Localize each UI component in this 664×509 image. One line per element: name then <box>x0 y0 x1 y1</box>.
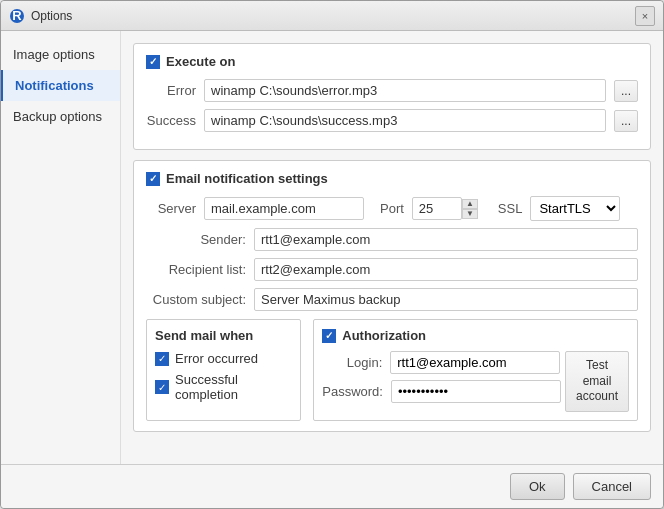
ssl-label: SSL <box>498 201 523 216</box>
success-label: Success <box>146 113 196 128</box>
dialog-title: Options <box>31 9 72 23</box>
server-label: Server <box>146 201 196 216</box>
execute-on-section: Execute on Error ... Success ... <box>133 43 651 150</box>
execute-on-checkbox[interactable] <box>146 55 160 69</box>
success-row: Success ... <box>146 109 638 132</box>
password-row: Password: <box>322 380 561 403</box>
error-row: Error ... <box>146 79 638 102</box>
close-button[interactable]: × <box>635 6 655 26</box>
error-occurred-checkbox[interactable] <box>155 352 169 366</box>
port-spinner: ▲ ▼ <box>462 199 478 219</box>
sender-input[interactable] <box>254 228 638 251</box>
content-area: Execute on Error ... Success ... Email n… <box>121 31 663 464</box>
successful-completion-row: Successful completion <box>155 372 292 402</box>
sidebar: Image options Notifications Backup optio… <box>1 31 121 464</box>
login-input[interactable] <box>390 351 560 374</box>
ok-button[interactable]: Ok <box>510 473 565 500</box>
custom-subject-label: Custom subject: <box>146 292 246 307</box>
ssl-select[interactable]: None SSL StartTLS <box>530 196 620 221</box>
execute-on-title: Execute on <box>166 54 235 69</box>
port-up-button[interactable]: ▲ <box>462 199 478 209</box>
recipient-label: Recipient list: <box>146 262 246 277</box>
custom-subject-input[interactable] <box>254 288 638 311</box>
password-input[interactable] <box>391 380 561 403</box>
error-label: Error <box>146 83 196 98</box>
error-browse-button[interactable]: ... <box>614 80 638 102</box>
bottom-bar: Ok Cancel <box>1 464 663 508</box>
port-down-button[interactable]: ▼ <box>462 209 478 219</box>
sidebar-item-image-options[interactable]: Image options <box>1 39 120 70</box>
auth-inputs: Login: Password: <box>322 351 561 409</box>
send-mail-col: Send mail when Error occurred Successful… <box>146 319 301 421</box>
email-settings-header: Email notification settings <box>146 171 638 186</box>
successful-completion-label: Successful completion <box>175 372 292 402</box>
send-mail-header: Send mail when <box>155 328 292 343</box>
sender-row: Sender: <box>146 228 638 251</box>
port-input[interactable] <box>412 197 462 220</box>
execute-on-header: Execute on <box>146 54 638 69</box>
login-row: Login: <box>322 351 561 374</box>
success-browse-button[interactable]: ... <box>614 110 638 132</box>
svg-text:R: R <box>12 8 22 23</box>
login-label: Login: <box>322 355 382 370</box>
success-input[interactable] <box>204 109 606 132</box>
server-row: Server Port ▲ ▼ SSL None SSL Star <box>146 196 638 221</box>
auth-title: Authorization <box>342 328 426 343</box>
sidebar-item-notifications[interactable]: Notifications <box>1 70 120 101</box>
bottom-cols: Send mail when Error occurred Successful… <box>146 319 638 421</box>
auth-header: Authorization <box>322 328 629 343</box>
main-content: Image options Notifications Backup optio… <box>1 31 663 464</box>
sidebar-item-backup-options[interactable]: Backup options <box>1 101 120 132</box>
send-mail-title: Send mail when <box>155 328 253 343</box>
recipient-row: Recipient list: <box>146 258 638 281</box>
recipient-input[interactable] <box>254 258 638 281</box>
port-group: ▲ ▼ <box>412 197 478 220</box>
password-label: Password: <box>322 384 383 399</box>
email-settings-title: Email notification settings <box>166 171 328 186</box>
title-bar-left: R Options <box>9 8 72 24</box>
successful-completion-checkbox[interactable] <box>155 380 169 394</box>
sender-label: Sender: <box>146 232 246 247</box>
authorization-col: Authorization Login: Password: <box>313 319 638 421</box>
email-settings-checkbox[interactable] <box>146 172 160 186</box>
port-label: Port <box>380 201 404 216</box>
error-occurred-row: Error occurred <box>155 351 292 366</box>
server-input[interactable] <box>204 197 364 220</box>
app-icon: R <box>9 8 25 24</box>
custom-subject-row: Custom subject: <box>146 288 638 311</box>
auth-fields: Login: Password: Test email account <box>322 351 629 412</box>
test-email-button[interactable]: Test email account <box>565 351 629 412</box>
options-dialog: R Options × Image options Notifications … <box>0 0 664 509</box>
error-occurred-label: Error occurred <box>175 351 258 366</box>
email-settings-section: Email notification settings Server Port … <box>133 160 651 432</box>
cancel-button[interactable]: Cancel <box>573 473 651 500</box>
error-input[interactable] <box>204 79 606 102</box>
auth-checkbox[interactable] <box>322 329 336 343</box>
title-bar: R Options × <box>1 1 663 31</box>
